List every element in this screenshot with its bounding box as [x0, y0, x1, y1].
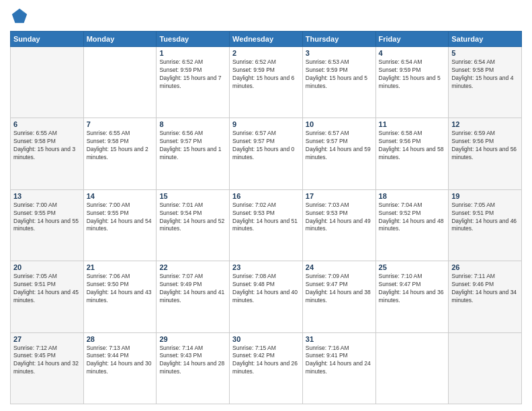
day-info: Sunrise: 7:11 AM Sunset: 9:46 PM Dayligh… — [451, 273, 519, 305]
day-info: Sunrise: 7:03 AM Sunset: 9:53 PM Dayligh… — [306, 201, 373, 234]
calendar-week-5: 27Sunrise: 7:12 AM Sunset: 9:45 PM Dayli… — [11, 332, 522, 404]
weekday-header-sunday: Sunday — [11, 32, 84, 47]
calendar-cell: 16Sunrise: 7:02 AM Sunset: 9:53 PM Dayli… — [230, 189, 303, 261]
day-info: Sunrise: 6:54 AM Sunset: 9:58 PM Dayligh… — [451, 58, 519, 91]
page: SundayMondayTuesdayWednesdayThursdayFrid… — [0, 0, 532, 411]
day-info: Sunrise: 6:57 AM Sunset: 9:57 PM Dayligh… — [232, 130, 300, 162]
calendar-cell: 15Sunrise: 7:01 AM Sunset: 9:54 PM Dayli… — [157, 189, 230, 261]
day-number: 4 — [379, 49, 446, 57]
day-info: Sunrise: 7:07 AM Sunset: 9:49 PM Dayligh… — [159, 273, 226, 305]
calendar-cell: 25Sunrise: 7:10 AM Sunset: 9:47 PM Dayli… — [375, 261, 449, 332]
day-info: Sunrise: 6:58 AM Sunset: 9:56 PM Dayligh… — [379, 130, 446, 162]
day-info: Sunrise: 7:08 AM Sunset: 9:48 PM Dayligh… — [232, 273, 300, 305]
calendar-cell: 18Sunrise: 7:04 AM Sunset: 9:52 PM Dayli… — [375, 189, 449, 261]
day-number: 24 — [306, 263, 373, 271]
calendar-cell: 23Sunrise: 7:08 AM Sunset: 9:48 PM Dayli… — [230, 261, 303, 332]
day-number: 29 — [159, 335, 226, 343]
calendar-cell: 19Sunrise: 7:05 AM Sunset: 9:51 PM Dayli… — [449, 189, 522, 261]
day-number: 11 — [379, 120, 446, 128]
day-number: 27 — [13, 335, 81, 343]
day-number: 5 — [451, 49, 519, 57]
calendar-cell: 30Sunrise: 7:15 AM Sunset: 9:42 PM Dayli… — [230, 332, 303, 404]
calendar-cell: 5Sunrise: 6:54 AM Sunset: 9:58 PM Daylig… — [449, 47, 522, 118]
calendar-cell: 21Sunrise: 7:06 AM Sunset: 9:50 PM Dayli… — [83, 261, 157, 332]
calendar-table: SundayMondayTuesdayWednesdayThursdayFrid… — [10, 31, 522, 404]
calendar-cell: 28Sunrise: 7:13 AM Sunset: 9:44 PM Dayli… — [83, 332, 157, 404]
day-info: Sunrise: 6:56 AM Sunset: 9:57 PM Dayligh… — [159, 130, 226, 162]
day-number: 1 — [159, 49, 226, 57]
day-info: Sunrise: 7:04 AM Sunset: 9:52 PM Dayligh… — [379, 201, 446, 234]
day-number: 6 — [13, 120, 81, 128]
calendar-cell: 2Sunrise: 6:52 AM Sunset: 9:59 PM Daylig… — [230, 47, 303, 118]
day-number: 16 — [232, 192, 300, 200]
calendar-cell: 7Sunrise: 6:55 AM Sunset: 9:58 PM Daylig… — [83, 118, 157, 189]
calendar-cell: 4Sunrise: 6:54 AM Sunset: 9:59 PM Daylig… — [375, 47, 449, 118]
day-info: Sunrise: 7:01 AM Sunset: 9:54 PM Dayligh… — [159, 201, 226, 234]
day-number: 9 — [232, 120, 300, 128]
weekday-header-thursday: Thursday — [302, 32, 375, 47]
day-number: 14 — [87, 192, 154, 200]
day-info: Sunrise: 7:13 AM Sunset: 9:44 PM Dayligh… — [87, 345, 154, 377]
day-number: 23 — [232, 263, 300, 271]
day-info: Sunrise: 7:15 AM Sunset: 9:42 PM Dayligh… — [232, 345, 300, 377]
day-number: 31 — [306, 335, 373, 343]
day-number: 12 — [451, 120, 519, 128]
day-info: Sunrise: 7:16 AM Sunset: 9:41 PM Dayligh… — [306, 345, 373, 377]
calendar-cell — [449, 332, 522, 404]
calendar-header-row: SundayMondayTuesdayWednesdayThursdayFrid… — [11, 32, 522, 47]
day-number: 13 — [13, 192, 81, 200]
calendar-cell: 12Sunrise: 6:59 AM Sunset: 9:56 PM Dayli… — [449, 118, 522, 189]
calendar-cell: 17Sunrise: 7:03 AM Sunset: 9:53 PM Dayli… — [302, 189, 375, 261]
day-info: Sunrise: 6:59 AM Sunset: 9:56 PM Dayligh… — [451, 130, 519, 162]
day-number: 10 — [306, 120, 373, 128]
calendar-cell: 1Sunrise: 6:52 AM Sunset: 9:59 PM Daylig… — [157, 47, 230, 118]
day-info: Sunrise: 6:55 AM Sunset: 9:58 PM Dayligh… — [87, 130, 154, 162]
calendar-week-4: 20Sunrise: 7:05 AM Sunset: 9:51 PM Dayli… — [11, 261, 522, 332]
calendar-cell — [83, 47, 157, 118]
day-number: 25 — [379, 263, 446, 271]
calendar-cell: 10Sunrise: 6:57 AM Sunset: 9:57 PM Dayli… — [302, 118, 375, 189]
weekday-header-monday: Monday — [83, 32, 157, 47]
weekday-header-friday: Friday — [375, 32, 449, 47]
day-number: 3 — [306, 49, 373, 57]
logo-icon — [10, 7, 29, 26]
day-number: 17 — [306, 192, 373, 200]
day-number: 22 — [159, 263, 226, 271]
day-info: Sunrise: 6:52 AM Sunset: 9:59 PM Dayligh… — [159, 58, 226, 91]
day-number: 20 — [13, 263, 81, 271]
day-info: Sunrise: 6:53 AM Sunset: 9:59 PM Dayligh… — [306, 58, 373, 91]
day-info: Sunrise: 6:52 AM Sunset: 9:59 PM Dayligh… — [232, 58, 300, 91]
calendar-cell: 27Sunrise: 7:12 AM Sunset: 9:45 PM Dayli… — [11, 332, 84, 404]
day-number: 19 — [451, 192, 519, 200]
day-info: Sunrise: 6:57 AM Sunset: 9:57 PM Dayligh… — [306, 130, 373, 162]
day-info: Sunrise: 6:55 AM Sunset: 9:58 PM Dayligh… — [13, 130, 81, 162]
calendar-cell: 11Sunrise: 6:58 AM Sunset: 9:56 PM Dayli… — [375, 118, 449, 189]
day-info: Sunrise: 7:05 AM Sunset: 9:51 PM Dayligh… — [451, 201, 519, 234]
day-number: 2 — [232, 49, 300, 57]
calendar-cell: 13Sunrise: 7:00 AM Sunset: 9:55 PM Dayli… — [11, 189, 84, 261]
day-number: 30 — [232, 335, 300, 343]
weekday-header-saturday: Saturday — [449, 32, 522, 47]
day-info: Sunrise: 7:12 AM Sunset: 9:45 PM Dayligh… — [13, 345, 81, 377]
day-number: 7 — [87, 120, 154, 128]
day-info: Sunrise: 6:54 AM Sunset: 9:59 PM Dayligh… — [379, 58, 446, 91]
day-number: 8 — [159, 120, 226, 128]
calendar-cell: 9Sunrise: 6:57 AM Sunset: 9:57 PM Daylig… — [230, 118, 303, 189]
calendar-cell: 3Sunrise: 6:53 AM Sunset: 9:59 PM Daylig… — [302, 47, 375, 118]
header — [10, 7, 522, 26]
day-info: Sunrise: 7:10 AM Sunset: 9:47 PM Dayligh… — [379, 273, 446, 305]
calendar-week-1: 1Sunrise: 6:52 AM Sunset: 9:59 PM Daylig… — [11, 47, 522, 118]
calendar-cell: 6Sunrise: 6:55 AM Sunset: 9:58 PM Daylig… — [11, 118, 84, 189]
day-info: Sunrise: 7:06 AM Sunset: 9:50 PM Dayligh… — [87, 273, 154, 305]
calendar-cell: 31Sunrise: 7:16 AM Sunset: 9:41 PM Dayli… — [302, 332, 375, 404]
calendar-cell: 22Sunrise: 7:07 AM Sunset: 9:49 PM Dayli… — [157, 261, 230, 332]
day-number: 26 — [451, 263, 519, 271]
calendar-cell: 8Sunrise: 6:56 AM Sunset: 9:57 PM Daylig… — [157, 118, 230, 189]
day-number: 28 — [87, 335, 154, 343]
calendar-cell: 14Sunrise: 7:00 AM Sunset: 9:55 PM Dayli… — [83, 189, 157, 261]
day-number: 15 — [159, 192, 226, 200]
day-info: Sunrise: 7:14 AM Sunset: 9:43 PM Dayligh… — [159, 345, 226, 377]
weekday-header-wednesday: Wednesday — [230, 32, 303, 47]
day-info: Sunrise: 7:02 AM Sunset: 9:53 PM Dayligh… — [232, 201, 300, 234]
day-number: 18 — [379, 192, 446, 200]
